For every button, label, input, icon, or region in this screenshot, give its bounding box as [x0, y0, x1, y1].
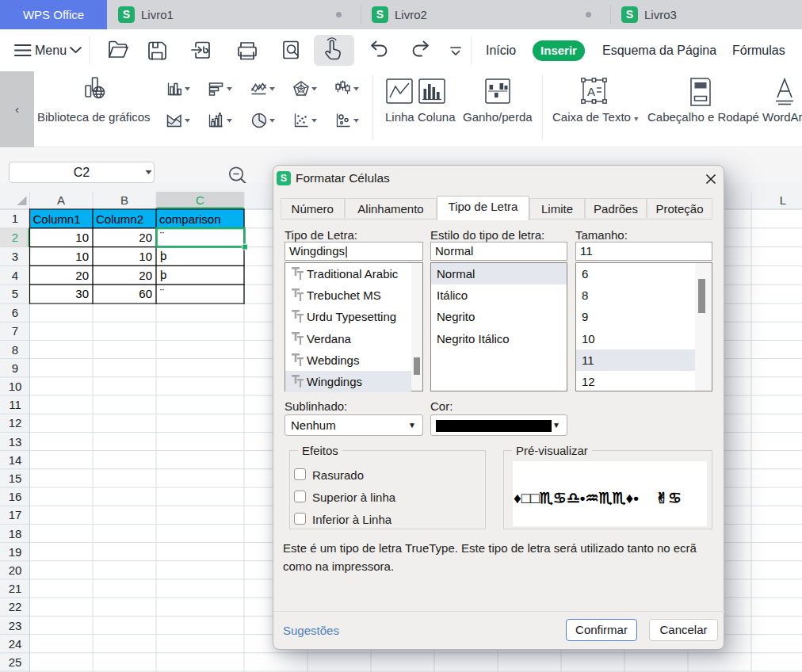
svg-text:20: 20 — [75, 269, 89, 282]
svg-text:12: 12 — [9, 416, 22, 430]
svg-text:10: 10 — [75, 250, 89, 263]
svg-text:10: 10 — [75, 231, 89, 244]
svg-text:20: 20 — [9, 563, 22, 577]
svg-text:þ: þ — [160, 249, 166, 262]
svg-text:A: A — [587, 85, 595, 98]
svg-text:Column2: Column2 — [96, 212, 143, 226]
svg-text:þ: þ — [160, 268, 166, 281]
svg-text:16: 16 — [9, 490, 22, 503]
svg-text:15: 15 — [9, 472, 22, 485]
svg-text:9: 9 — [12, 361, 18, 375]
svg-text:Column1: Column1 — [33, 212, 81, 226]
svg-text:25: 25 — [9, 655, 22, 669]
svg-text:10: 10 — [9, 380, 22, 393]
svg-text:comparison: comparison — [159, 212, 221, 226]
svg-text:8: 8 — [12, 343, 18, 357]
svg-text:3: 3 — [12, 250, 18, 263]
svg-text:23: 23 — [9, 619, 22, 632]
svg-text:B: B — [120, 193, 128, 207]
svg-text:10: 10 — [139, 250, 152, 263]
svg-text:14: 14 — [9, 453, 22, 467]
svg-text:2: 2 — [12, 231, 18, 244]
svg-text:30: 30 — [75, 287, 89, 300]
svg-text:17: 17 — [9, 508, 22, 521]
svg-text:60: 60 — [139, 287, 152, 300]
svg-text:22: 22 — [9, 600, 22, 613]
svg-text:11: 11 — [9, 398, 21, 411]
svg-text:L: L — [780, 193, 786, 207]
svg-text:6: 6 — [12, 306, 18, 319]
svg-text:1: 1 — [12, 212, 18, 225]
svg-text:20: 20 — [139, 231, 152, 244]
svg-text:19: 19 — [9, 545, 22, 559]
svg-text:24: 24 — [9, 637, 22, 651]
svg-text:18: 18 — [9, 527, 22, 540]
svg-text:¨: ¨ — [160, 229, 164, 242]
svg-text:7: 7 — [12, 324, 18, 338]
svg-text:5: 5 — [12, 287, 18, 300]
svg-text:4: 4 — [12, 269, 18, 282]
svg-text:20: 20 — [139, 269, 152, 282]
svg-text:13: 13 — [9, 435, 22, 449]
svg-text:A: A — [57, 193, 65, 207]
svg-text:C: C — [196, 193, 204, 207]
svg-text:21: 21 — [9, 582, 22, 595]
svg-text:¨: ¨ — [160, 286, 164, 300]
